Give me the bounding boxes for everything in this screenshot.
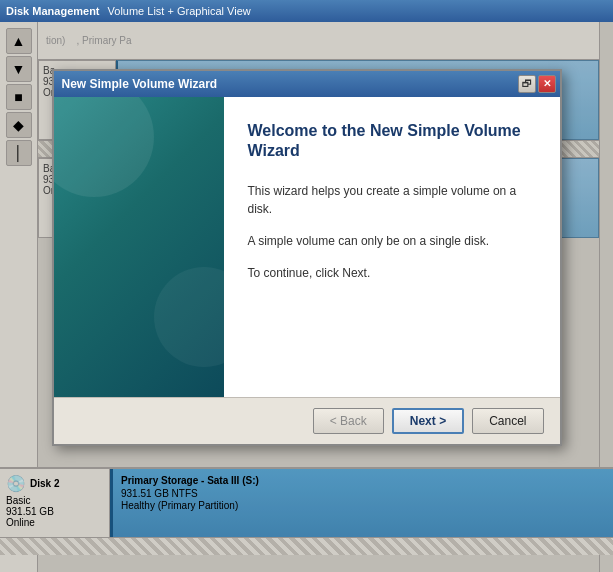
- dialog-para-2: A simple volume can only be on a single …: [248, 232, 536, 250]
- wizard-dialog: New Simple Volume Wizard 🗗 ✕ Welcome to …: [52, 69, 562, 446]
- back-button[interactable]: < Back: [313, 408, 384, 434]
- dialog-para-1: This wizard helps you create a simple vo…: [248, 182, 536, 218]
- app-title: Disk Management: [6, 5, 100, 17]
- titlebar-buttons: 🗗 ✕: [518, 75, 556, 93]
- next-button[interactable]: Next >: [392, 408, 464, 434]
- app-titlebar: Disk Management Volume List + Graphical …: [0, 0, 613, 22]
- dialog-left-graphic: [54, 97, 224, 397]
- welcome-title: Welcome to the New Simple Volume Wizard: [248, 121, 536, 163]
- restore-button[interactable]: 🗗: [518, 75, 536, 93]
- dialog-para-3: To continue, click Next.: [248, 264, 536, 282]
- dialog-title: New Simple Volume Wizard: [62, 77, 218, 91]
- dialog-footer: < Back Next > Cancel: [54, 397, 560, 444]
- dialog-right-content: Welcome to the New Simple Volume Wizard …: [224, 97, 560, 397]
- dialog-titlebar: New Simple Volume Wizard 🗗 ✕: [54, 71, 560, 97]
- app-body: ▲ ▼ ■ ◆ │ tion) , Primary Pa Ba93.Or Ba9…: [0, 22, 613, 572]
- modal-overlay: New Simple Volume Wizard 🗗 ✕ Welcome to …: [0, 22, 613, 572]
- cancel-button[interactable]: Cancel: [472, 408, 543, 434]
- app-subtitle: Volume List + Graphical View: [108, 5, 251, 17]
- close-button[interactable]: ✕: [538, 75, 556, 93]
- dialog-body: Welcome to the New Simple Volume Wizard …: [54, 97, 560, 397]
